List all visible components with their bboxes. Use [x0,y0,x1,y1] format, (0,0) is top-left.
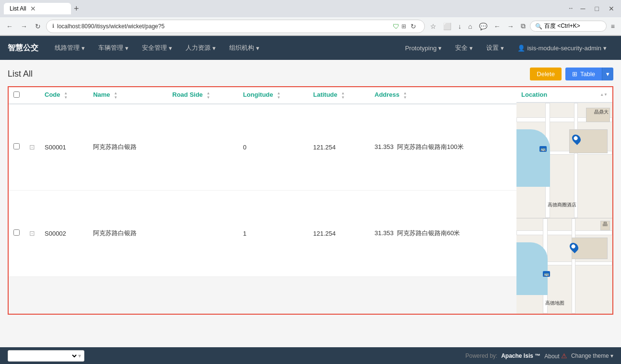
map-label-1: 晶鼎大 [594,109,609,115]
nav-item-settings[interactable]: 设置 ▾ [480,36,511,60]
table-icon: ⊞ [572,70,577,78]
th-code[interactable]: Code ▲▼ [40,87,88,104]
apache-isis-label[interactable]: Apache Isis ™ [501,353,540,359]
sort-arrows-name: ▲▼ [114,91,117,100]
row1-lat2: 31.353 阿克苏路白银路南100米 [370,104,516,190]
th-latitude[interactable]: Latitude ▲▼ [308,87,370,104]
nav-item-routes[interactable]: 线路管理 ▾ [48,36,92,60]
browser-tab: List All ✕ [4,3,71,14]
nav-item-prototyping[interactable]: Prototyping ▾ [398,36,449,60]
row2-checkbox-td[interactable] [9,190,24,276]
maximize-button[interactable]: □ [592,5,602,12]
footer-dropdown-arrow: ▾ [78,353,81,359]
new-tab-button[interactable]: + [71,4,82,14]
forward-button[interactable]: → [18,22,30,31]
row1-checkbox-td[interactable] [9,104,24,190]
change-theme-link[interactable]: Change theme ▾ [571,353,613,359]
dropdown-arrow-user: ▾ [603,45,607,52]
th-address[interactable]: Address ▲▼ [370,87,516,104]
history-forward-button[interactable]: → [505,22,516,31]
about-label: About [544,353,559,360]
footer-dropdown[interactable]: ▾ [8,350,84,362]
map-water-2 [516,242,548,295]
th-longitude[interactable]: Longitude ▲▼ [238,87,308,104]
tab-title: List All [10,5,26,12]
nav-label-user: isis-module-security-admin [527,45,601,52]
app-footer: ▾ Powered by: Apache Isis ™ About ⚠ Chan… [0,347,621,364]
powered-by-label: Powered by: [465,353,497,359]
app-brand: 智慧公交 [8,43,38,53]
dropdown-arrow-security: ▾ [469,45,473,52]
th-empty [24,87,40,104]
user-icon: 👤 [517,45,525,52]
th-road-side-label: Road Side [172,91,203,98]
row1-address: 阿克苏路白银路南100米 [397,143,464,150]
refresh-button[interactable]: ↻ [408,22,419,31]
messaging-button[interactable]: 💬 [477,22,490,31]
nav-item-org[interactable]: 组织机构 ▾ [223,36,266,60]
extension-icon: ⊞ [401,23,406,30]
nav-label-vehicles: 车辆管理 [98,44,123,52]
row2-address: 阿克苏路白银路南60米 [397,229,460,237]
map-marker-2[interactable] [569,242,579,254]
about-link[interactable]: About ⚠ [544,352,567,360]
th-location[interactable]: Location ▲▼ [516,87,612,103]
th-longitude-label: Longitude [243,91,273,98]
row2-expand-icon[interactable]: ⊡ [29,229,35,237]
address-bar[interactable]: ℹ localhost:8090/itisys/wicket/wicket/pa… [46,20,425,33]
sort-arrows-road-side: ▲▼ [206,91,210,100]
map-label-2: 高德商圈酒店 [548,202,576,208]
row2-icon-td[interactable]: ⊡ [24,190,40,276]
nav-item-security[interactable]: 安全 ▾ [448,36,480,60]
footer-select[interactable] [11,353,78,359]
browser-search-bar[interactable]: 🔍 百度 <Ctrl+K> [530,21,607,32]
row2-code: S00002 [40,190,88,276]
row2-checkbox[interactable] [13,229,20,236]
marker-pin-1 [570,133,582,145]
map2-road-h1 [516,230,612,235]
table-dropdown-button[interactable]: ▾ [602,68,613,80]
extensions-button[interactable]: ⧉ [518,21,528,31]
row1-checkbox[interactable] [13,143,20,149]
table-view-button[interactable]: ⊞ Table [565,68,602,80]
reader-button[interactable]: ⬜ [441,22,454,31]
home-button[interactable]: ⌂ [466,22,474,31]
nav-item-user[interactable]: 👤 isis-module-security-admin ▾ [511,36,613,60]
table-header-row: Code ▲▼ Name ▲▼ Road Side ▲▼ Longitude [9,87,516,104]
download-button[interactable]: ↓ [456,22,464,31]
back-button[interactable]: ← [4,22,15,31]
nav-label-settings: 设置 [486,44,499,52]
delete-button[interactable]: Delete [530,68,562,80]
dropdown-arrow-prototyping: ▾ [438,45,442,52]
nav-item-safety[interactable]: 安全管理 ▾ [135,36,179,60]
map-row-1: 晶鼎大 高德商圈酒店 🚌 [516,103,612,218]
th-road-side[interactable]: Road Side ▲▼ [167,87,238,104]
sort-arrows-code: ▲▼ [64,91,68,100]
shield-icon: 🛡 [393,23,399,30]
minimize-button[interactable]: ─ [578,5,588,12]
close-button[interactable]: ✕ [606,5,617,12]
change-theme-label: Change theme [571,353,609,359]
bookmark-button[interactable]: ☆ [428,22,439,31]
page-title: List All [8,69,33,79]
map2-label-2: 高德地图 [545,300,564,307]
menu-button[interactable]: ≡ [609,22,617,31]
select-all-checkbox[interactable] [13,91,20,98]
table-row: ⊡ S00001 阿克苏路白银路 0 121.254 31.353 阿克苏路白银… [9,104,516,190]
map-marker-1[interactable] [572,134,581,146]
th-address-label: Address [375,91,399,98]
row1-road-side [167,104,238,190]
tab-close-button[interactable]: ✕ [30,5,36,12]
select-all-th[interactable] [9,87,24,104]
th-location-label: Location [521,91,547,98]
th-name[interactable]: Name ▲▼ [88,87,167,104]
table-button-group: ⊞ Table ▾ [565,68,613,80]
reload-button[interactable]: ↻ [33,22,43,31]
nav-item-vehicles[interactable]: 车辆管理 ▾ [92,36,135,60]
row1-latitude: 121.254 [308,104,370,190]
row1-code: S00001 [40,104,88,190]
row1-expand-icon[interactable]: ⊡ [29,143,35,151]
nav-item-hr[interactable]: 人力资源 ▾ [179,36,223,60]
row1-icon-td[interactable]: ⊡ [24,104,40,190]
history-back-button[interactable]: ← [492,22,503,31]
